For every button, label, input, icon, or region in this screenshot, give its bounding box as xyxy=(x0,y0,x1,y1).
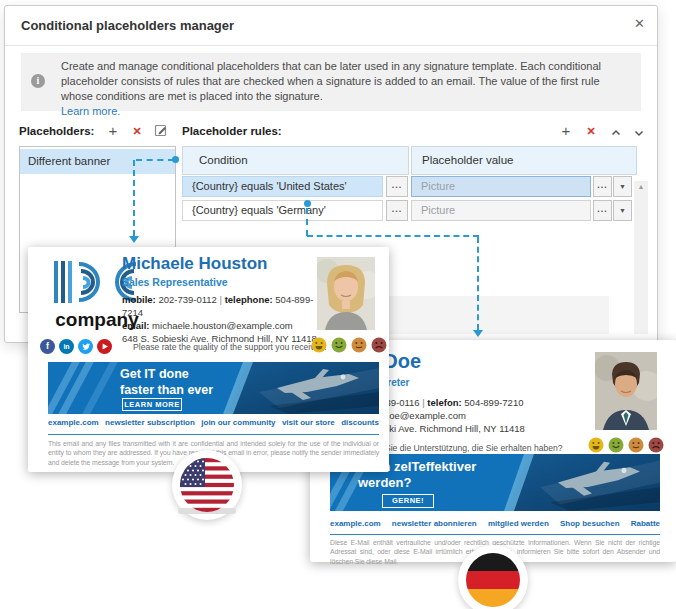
column-header-condition: Condition xyxy=(182,146,409,175)
link-example[interactable]: example.com xyxy=(330,519,381,528)
add-placeholder-button[interactable]: + xyxy=(105,123,121,139)
info-text-block: Create and manage conditional placeholde… xyxy=(61,59,633,119)
link-store[interactable]: visit our store xyxy=(282,418,335,427)
rating-emoji-row xyxy=(588,437,664,453)
rules-scrollbar[interactable]: ▲ xyxy=(634,181,648,334)
emoji-neutral-icon[interactable] xyxy=(628,437,644,453)
connector-arrow-us xyxy=(129,236,139,243)
contact-line-email: email: michaele.houston@example.com xyxy=(122,319,317,332)
headshot-photo xyxy=(595,352,657,430)
connector-line xyxy=(133,160,135,236)
divider xyxy=(48,434,379,435)
chevron-up-icon xyxy=(610,127,622,139)
gerne-button[interactable]: GERNE! xyxy=(382,494,434,508)
signature-links-row: example.com newsletter abonnieren mitgli… xyxy=(330,519,660,528)
info-box: i Create and manage conditional placehol… xyxy=(21,53,641,111)
edit-placeholder-button[interactable] xyxy=(153,123,169,139)
connector-line xyxy=(477,237,479,330)
link-example[interactable]: example.com xyxy=(48,418,99,427)
close-icon[interactable]: ✕ xyxy=(634,16,645,31)
emoji-smile-icon[interactable] xyxy=(331,337,347,353)
dialog-title: Conditional placeholders manager xyxy=(21,18,234,33)
link-shop[interactable]: Shop besuchen xyxy=(560,519,620,528)
youtube-icon[interactable] xyxy=(97,339,112,354)
emoji-frown-icon[interactable] xyxy=(371,337,387,353)
link-community[interactable]: join our community xyxy=(201,418,275,427)
rule-condition-cell[interactable]: {Country} equals 'Germany' xyxy=(182,200,383,221)
signature-links-row: example.com newsletter subscription join… xyxy=(48,418,379,427)
connector-dot-germany xyxy=(304,200,311,207)
connector-line xyxy=(136,159,174,161)
placeholder-list-item[interactable]: Different banner xyxy=(20,149,175,174)
connector-line xyxy=(306,208,308,236)
emoji-frown-icon[interactable] xyxy=(648,437,664,453)
divider xyxy=(330,534,660,535)
facebook-icon[interactable]: f xyxy=(40,339,55,354)
learn-more-button[interactable]: LEARN MORE xyxy=(122,398,182,411)
linkedin-icon[interactable]: in xyxy=(59,339,74,354)
condition-browse-button[interactable]: ... xyxy=(386,200,408,221)
banner-us[interactable]: Get IT done faster than ever LEARN MORE xyxy=(48,362,379,414)
link-rabatte[interactable]: Rabatte xyxy=(631,519,660,528)
scroll-up-icon[interactable]: ▲ xyxy=(634,183,648,190)
banner-headline-1: Get IT done xyxy=(120,367,213,383)
jet-photo xyxy=(219,362,379,414)
link-discounts[interactable]: discounts xyxy=(341,418,379,427)
info-text: Create and manage conditional placeholde… xyxy=(61,60,601,102)
value-dropdown-button[interactable]: ▼ xyxy=(613,176,632,197)
signature-contact-block: mobile: 202-739-0112 | telephone: 504-89… xyxy=(122,293,317,345)
add-rule-button[interactable]: + xyxy=(558,123,574,139)
us-flag-icon xyxy=(180,458,234,512)
signature-job-title: Sales Representative xyxy=(122,276,228,288)
info-icon: i xyxy=(31,74,45,88)
condition-browse-button[interactable]: ... xyxy=(386,176,408,197)
rule-value-field[interactable]: Picture xyxy=(411,176,591,197)
title-divider xyxy=(5,45,657,46)
rule-condition-cell[interactable]: {Country} equals 'United States' xyxy=(182,176,383,197)
screen: Conditional placeholders manager ✕ i Cre… xyxy=(0,0,676,609)
emoji-grin-icon[interactable] xyxy=(588,437,604,453)
emoji-neutral-icon[interactable] xyxy=(351,337,367,353)
chevron-down-icon xyxy=(633,127,645,139)
connector-arrow-de xyxy=(473,330,483,337)
link-member[interactable]: mitglied werden xyxy=(488,519,549,528)
edit-icon xyxy=(154,123,168,137)
rating-question: Please rate the quality of the support y… xyxy=(133,342,326,352)
delete-rule-button[interactable]: ✕ xyxy=(583,123,599,139)
column-header-placeholder-value: Placeholder value xyxy=(411,146,637,175)
emoji-grin-icon[interactable] xyxy=(311,337,327,353)
value-dropdown-button[interactable]: ▼ xyxy=(613,200,632,221)
social-icons-row: f in xyxy=(40,339,112,354)
learn-more-link[interactable]: Learn more. xyxy=(61,104,633,119)
rating-emoji-row xyxy=(311,337,387,353)
link-newsletter[interactable]: newsletter abonnieren xyxy=(392,519,477,528)
headshot-photo xyxy=(317,257,375,330)
move-rule-up-button[interactable] xyxy=(608,125,624,141)
signature-preview-us: company Michaele Houston Sales Represent… xyxy=(28,247,389,472)
connector-line xyxy=(307,235,479,237)
delete-placeholder-button[interactable]: ✕ xyxy=(129,123,145,139)
twitter-icon[interactable] xyxy=(78,339,93,354)
link-newsletter[interactable]: newsletter subscription xyxy=(105,418,195,427)
signature-name: Michaele Houston xyxy=(122,254,267,274)
value-browse-button[interactable]: ... xyxy=(593,200,612,221)
banner-headline-2: faster than ever xyxy=(120,383,213,399)
rule-value-field[interactable]: Picture xyxy=(411,200,591,221)
de-flag-icon xyxy=(466,553,520,607)
emoji-smile-icon[interactable] xyxy=(608,437,624,453)
value-browse-button[interactable]: ... xyxy=(593,176,612,197)
contact-line-phones: mobile: 202-739-0112 | telephone: 504-89… xyxy=(122,293,317,319)
move-rule-down-button[interactable] xyxy=(631,125,647,141)
placeholders-label: Placeholders: xyxy=(19,125,94,137)
banner-headline-2: werden? xyxy=(358,475,476,491)
placeholder-rules-label: Placeholder rules: xyxy=(182,125,282,137)
jet-photo xyxy=(500,454,660,511)
